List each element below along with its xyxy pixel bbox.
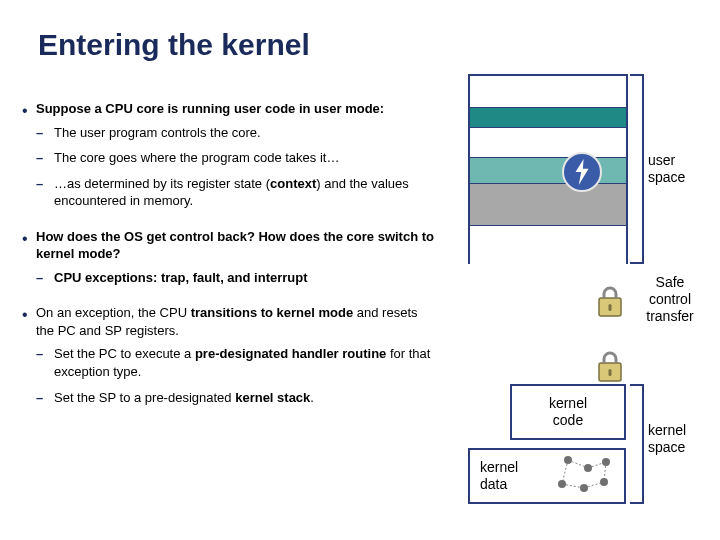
diagram-area: user space Safe control transfer kernel … [468, 74, 708, 524]
label-safe-transfer: Safe control transfer [638, 274, 702, 324]
text-line: user [648, 152, 675, 168]
label-kernel-space: kernel space [648, 422, 686, 456]
text-line: kernel [549, 395, 587, 411]
text-line: space [648, 439, 685, 455]
kernel-space-group: kernel code kernel data [468, 384, 628, 504]
text-line: kernel [648, 422, 686, 438]
dot-icon [558, 480, 566, 488]
text-line: transfer [646, 308, 693, 324]
bullet-1: Suppose a CPU core is running user code … [22, 100, 452, 218]
svg-rect-1 [609, 304, 612, 311]
bullet-1-head: Suppose a CPU core is running user code … [36, 101, 384, 116]
text-fragment-bold: pre-designated handler routine [195, 346, 386, 361]
text-fragment-bold: kernel stack [235, 390, 310, 405]
bolt-icon [562, 152, 602, 192]
text-line: Safe [656, 274, 685, 290]
bracket-kernel-space [630, 384, 644, 504]
kernel-code-box: kernel code [510, 384, 626, 440]
dot-icon [564, 456, 572, 464]
svg-rect-3 [609, 369, 612, 376]
slide-title: Entering the kernel [38, 28, 310, 62]
stack-layer [470, 108, 626, 128]
dot-icon [584, 464, 592, 472]
bracket-user-space [630, 74, 644, 264]
stack-layer [470, 128, 626, 158]
lock-icon [596, 349, 624, 383]
stack-layer [470, 76, 626, 108]
kernel-data-dots [550, 456, 620, 496]
bullet-3-head: On an exception, the CPU transitions to … [36, 305, 418, 338]
text-fragment: …as determined by its register state ( [54, 176, 270, 191]
text-fragment: Set the PC to execute a [54, 346, 195, 361]
text-line: space [648, 169, 685, 185]
dot-icon [602, 458, 610, 466]
bullet-1-sub-3: …as determined by its register state (co… [36, 175, 436, 210]
stack-layer [470, 184, 626, 226]
text-line: control [649, 291, 691, 307]
text-fragment: . [310, 390, 314, 405]
bullet-3: On an exception, the CPU transitions to … [22, 304, 452, 414]
text-line: code [553, 412, 583, 428]
bullet-3-sub-1: Set the PC to execute a pre-designated h… [36, 345, 436, 380]
bullet-2-head: How does the OS get control back? How do… [36, 229, 434, 262]
bullet-1-sub-1: The user program controls the core. [36, 124, 436, 142]
stack-layer [470, 158, 626, 184]
text-fragment-bold: transitions to kernel mode [191, 305, 354, 320]
bullet-content: Suppose a CPU core is running user code … [22, 100, 452, 424]
label-user-space: user space [648, 152, 685, 186]
text-line: data [480, 476, 507, 492]
text-fragment-bold: context [270, 176, 316, 191]
stack-layer [470, 226, 626, 264]
bullet-1-sub-2: The core goes where the program code tak… [36, 149, 436, 167]
text-line: kernel [480, 459, 518, 475]
bullet-2: How does the OS get control back? How do… [22, 228, 452, 295]
text-fragment: On an exception, the CPU [36, 305, 191, 320]
bullet-3-sub-2: Set the SP to a pre-designated kernel st… [36, 389, 436, 407]
dot-icon [580, 484, 588, 492]
dot-icon [600, 478, 608, 486]
user-space-stack [468, 74, 628, 264]
lock-icon [596, 284, 624, 318]
text-fragment: Set the SP to a pre-designated [54, 390, 235, 405]
bullet-2-sub-1: CPU exceptions: trap, fault, and interru… [36, 269, 436, 287]
